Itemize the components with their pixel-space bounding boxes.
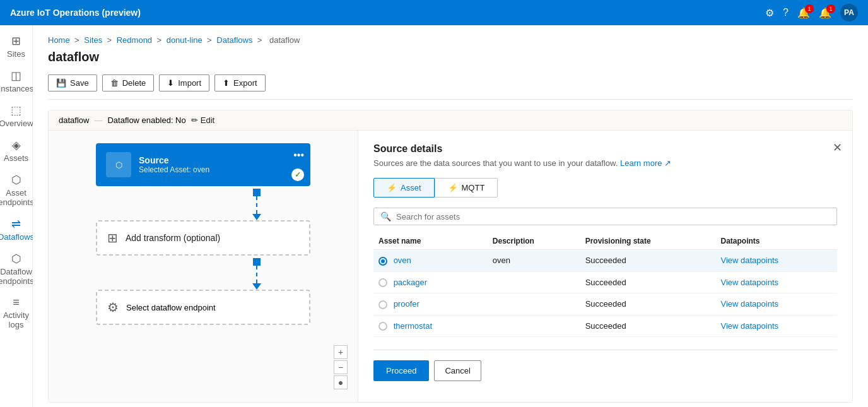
sidebar-item-assets[interactable]: ◈ Assets <box>1 134 32 167</box>
sites-icon: ⊞ <box>11 34 21 48</box>
col-asset-name: Asset name <box>373 233 488 250</box>
breadcrumb-dataflows[interactable]: Dataflows <box>216 35 252 45</box>
breadcrumb-donut-line[interactable]: donut-line <box>167 35 202 45</box>
sidebar-item-activity-logs[interactable]: ≡ Activitylogs <box>1 292 32 333</box>
endpoint-icon: ⚙ <box>107 300 119 315</box>
source-card[interactable]: ⬡ Source Selected Asset: oven ••• ✓ <box>96 143 310 186</box>
view-datapoints-0[interactable]: View datapoints <box>720 256 778 265</box>
asset-name-1[interactable]: packager <box>394 278 427 287</box>
source-cube-icon: ⬡ <box>115 160 122 170</box>
table-row[interactable]: thermostat Succeeded View datapoints <box>373 315 837 337</box>
source-icon-box: ⬡ <box>106 152 131 177</box>
canvas: ⬡ Source Selected Asset: oven ••• ✓ <box>49 131 358 402</box>
header-sep: — <box>94 115 102 125</box>
sidebar-item-dataflow-endpoints[interactable]: ⬡ Dataflowendpoints <box>1 248 32 290</box>
help-icon[interactable]: ? <box>783 7 789 18</box>
zoom-out-button[interactable]: − <box>334 360 348 374</box>
zoom-in-button[interactable]: + <box>334 345 348 359</box>
dataflow-header: dataflow — Dataflow enabled: No ✏ Edit <box>49 110 852 131</box>
table-row[interactable]: proofer Succeeded View datapoints <box>373 293 837 316</box>
delete-label: Delete <box>122 78 146 88</box>
sidebar-item-asset-endpoints-label: Assetendpoints <box>0 188 34 207</box>
settings-icon[interactable]: ⚙ <box>765 7 774 19</box>
view-datapoints-2[interactable]: View datapoints <box>720 299 778 309</box>
canvas-controls: + − ● <box>334 345 348 389</box>
view-datapoints-1[interactable]: View datapoints <box>720 278 778 287</box>
breadcrumb-redmond[interactable]: Redmond <box>117 35 152 45</box>
cancel-button[interactable]: Cancel <box>434 360 481 381</box>
cell-dp-2: View datapoints <box>715 293 837 316</box>
breadcrumb-sep5: > <box>257 35 264 45</box>
source-text: Source Selected Asset: oven <box>139 155 209 174</box>
proceed-button[interactable]: Proceed <box>373 360 429 381</box>
endpoint-card[interactable]: ⚙ Select dataflow endpoint <box>96 290 310 325</box>
edit-button[interactable]: ✏ Edit <box>191 115 214 125</box>
dataflow-status: Dataflow enabled: No <box>107 115 185 125</box>
alert-badge: 1 <box>826 4 835 13</box>
breadcrumb-home[interactable]: Home <box>48 35 70 45</box>
dataflow-name: dataflow <box>59 115 89 125</box>
panel-subtitle: Sources are the data sources that you wa… <box>373 158 837 168</box>
save-icon: 💾 <box>56 78 66 88</box>
sidebar-item-asset-endpoints[interactable]: ⬡ Assetendpoints <box>1 169 32 211</box>
sidebar-item-dataflow-endpoints-label: Dataflowendpoints <box>0 267 34 286</box>
source-tabs: ⚡ Asset ⚡ MQTT <box>373 178 837 198</box>
sidebar-item-dataflows[interactable]: ⇌ Dataflows <box>1 213 32 245</box>
export-icon: ⬆ <box>223 78 230 88</box>
topbar-actions: ⚙ ? 🔔 1 🔔 1 PA <box>765 4 858 21</box>
import-icon: ⬇ <box>167 78 174 88</box>
sidebar-item-instances-label: Instances <box>0 84 33 93</box>
cell-name-0: oven <box>373 250 488 272</box>
import-label: Import <box>178 78 201 88</box>
notifications-bell-icon[interactable]: 🔔 1 <box>797 7 810 19</box>
transform-card[interactable]: ⊞ Add transform (optional) <box>96 220 310 256</box>
asset-name-2[interactable]: proofer <box>394 299 419 309</box>
alerts-icon[interactable]: 🔔 1 <box>819 7 831 19</box>
cell-desc-0: oven <box>488 250 580 272</box>
cell-desc-3 <box>488 315 580 337</box>
tab-asset[interactable]: ⚡ Asset <box>373 178 435 198</box>
sidebar-item-overview[interactable]: ⬚ Overview <box>1 100 32 132</box>
transform-icon: ⊞ <box>107 230 118 245</box>
learn-more-link[interactable]: Learn more ↗ <box>620 158 671 168</box>
transform-label: Add transform (optional) <box>126 233 220 243</box>
avatar[interactable]: PA <box>840 4 858 21</box>
source-menu-icon[interactable]: ••• <box>293 150 304 161</box>
save-button[interactable]: 💾 Save <box>48 74 97 91</box>
overview-icon: ⬚ <box>11 103 21 117</box>
radio-2[interactable] <box>378 300 387 309</box>
tab-mqtt[interactable]: ⚡ MQTT <box>435 178 498 198</box>
cell-name-3: thermostat <box>373 315 488 337</box>
delete-button[interactable]: 🗑 Delete <box>102 74 155 91</box>
asset-name-3[interactable]: thermostat <box>394 321 432 331</box>
view-datapoints-3[interactable]: View datapoints <box>720 321 778 331</box>
radio-1[interactable] <box>378 278 387 287</box>
sidebar-item-sites[interactable]: ⊞ Sites <box>1 30 32 62</box>
asset-name-0[interactable]: oven <box>394 256 411 265</box>
sidebar-item-instances[interactable]: ◫ Instances <box>1 65 32 97</box>
search-box: 🔍 <box>373 208 837 225</box>
breadcrumb-sites[interactable]: Sites <box>84 35 102 45</box>
cell-state-1: Succeeded <box>580 271 716 293</box>
radio-0[interactable] <box>378 257 387 266</box>
mqtt-tab-icon: ⚡ <box>448 183 458 192</box>
source-details-panel: ✕ Source details Sources are the data so… <box>358 131 852 402</box>
table-row[interactable]: oven oven Succeeded View datapoints <box>373 250 837 272</box>
breadcrumb-dataflow: dataflow <box>269 35 300 45</box>
cell-dp-1: View datapoints <box>715 271 837 293</box>
search-input[interactable] <box>396 212 830 221</box>
import-button[interactable]: ⬇ Import <box>159 74 209 91</box>
panel-title: Source details <box>373 143 837 155</box>
assets-icon: ◈ <box>12 138 21 152</box>
asset-tab-icon: ⚡ <box>387 183 397 192</box>
cell-desc-1 <box>488 271 580 293</box>
fit-view-button[interactable]: ● <box>334 375 348 389</box>
edit-pencil-icon: ✏ <box>191 115 198 125</box>
radio-3[interactable] <box>378 322 387 331</box>
table-row[interactable]: packager Succeeded View datapoints <box>373 271 837 293</box>
export-button[interactable]: ⬆ Export <box>214 74 266 91</box>
sidebar-item-dataflows-label: Dataflows <box>0 232 34 242</box>
col-provisioning: Provisioning state <box>580 233 716 250</box>
dataflows-icon: ⇌ <box>11 217 21 231</box>
panel-close-button[interactable]: ✕ <box>833 141 842 155</box>
